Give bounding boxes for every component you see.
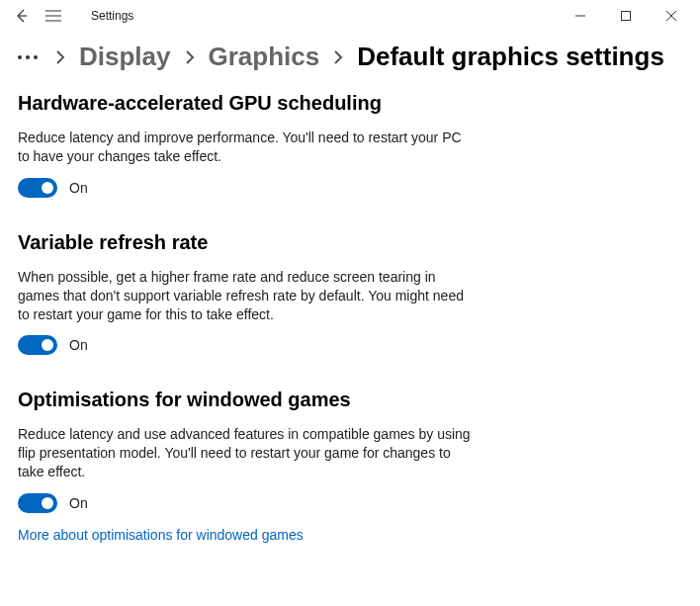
toggle-state-label: On [69, 495, 88, 511]
vrr-toggle[interactable] [18, 335, 57, 355]
toggle-row: On [18, 178, 496, 198]
windowed-games-toggle[interactable] [18, 493, 57, 513]
chevron-right-icon [333, 49, 343, 65]
section-vrr: Variable refresh rate When possible, get… [18, 231, 496, 356]
back-button[interactable] [6, 0, 38, 32]
app-title: Settings [91, 9, 133, 23]
chevron-right-icon [55, 49, 65, 65]
section-windowed-games: Optimisations for windowed games Reduce … [18, 389, 496, 544]
breadcrumb-current: Default graphics settings [357, 42, 664, 72]
section-description: Reduce latency and improve performance. … [18, 129, 473, 166]
section-title: Hardware-accelerated GPU scheduling [18, 92, 496, 115]
section-description: When possible, get a higher frame rate a… [18, 268, 473, 324]
svg-rect-0 [622, 12, 631, 21]
toggle-state-label: On [69, 337, 88, 353]
minimize-button[interactable] [558, 0, 603, 32]
breadcrumb-display[interactable]: Display [79, 42, 171, 72]
toggle-state-label: On [69, 180, 88, 196]
section-title: Variable refresh rate [18, 231, 496, 254]
page-content: Hardware-accelerated GPU scheduling Redu… [0, 86, 514, 583]
section-description: Reduce latency and use advanced features… [18, 425, 473, 481]
close-button[interactable] [649, 0, 694, 32]
gpu-scheduling-toggle[interactable] [18, 178, 57, 198]
titlebar: Settings [0, 0, 700, 32]
windowed-games-learn-more-link[interactable]: More about optimisations for windowed ga… [18, 527, 304, 543]
section-gpu-scheduling: Hardware-accelerated GPU scheduling Redu… [18, 92, 496, 198]
toggle-row: On [18, 493, 496, 513]
section-title: Optimisations for windowed games [18, 389, 496, 411]
breadcrumb-graphics[interactable]: Graphics [209, 42, 320, 72]
breadcrumb: Display Graphics Default graphics settin… [0, 32, 700, 86]
maximize-button[interactable] [603, 0, 649, 32]
chevron-right-icon [185, 49, 195, 65]
menu-button[interactable] [38, 0, 69, 32]
toggle-row: On [18, 335, 496, 355]
breadcrumb-more-button[interactable] [18, 55, 38, 59]
